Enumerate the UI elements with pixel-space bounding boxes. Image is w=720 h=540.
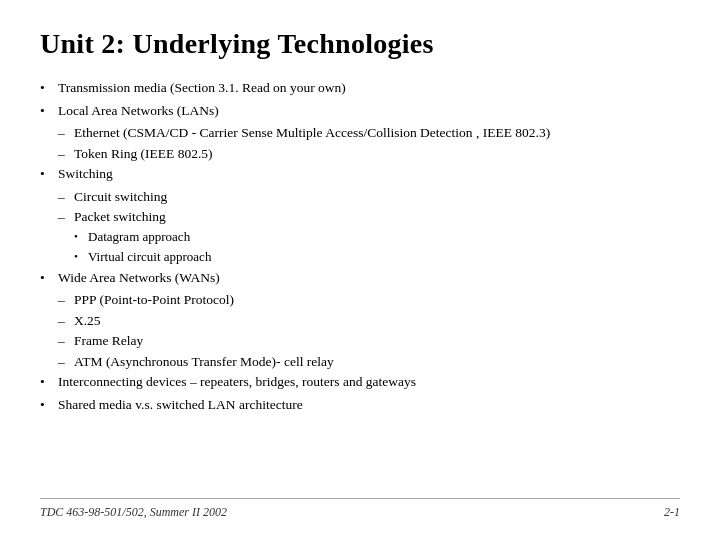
dot-text: Virtual circuit approach	[88, 248, 680, 267]
list-item: • Datagram approach	[74, 228, 680, 247]
list-item: • Interconnecting devices – repeaters, b…	[40, 372, 680, 392]
dash-text: Ethernet (CSMA/CD - Carrier Sense Multip…	[74, 123, 680, 143]
list-item: – Packet switching	[58, 207, 680, 227]
dot-icon: •	[74, 248, 88, 265]
list-item: – Token Ring (IEEE 802.5)	[58, 144, 680, 164]
dash-icon: –	[58, 207, 74, 227]
bullet-text: Local Area Networks (LANs)	[58, 101, 680, 121]
dash-icon: –	[58, 123, 74, 143]
list-item: – Frame Relay	[58, 331, 680, 351]
bullet-text: Switching	[58, 164, 680, 184]
dash-text: Frame Relay	[74, 331, 680, 351]
bullet-icon: •	[40, 164, 58, 184]
list-item: • Shared media v.s. switched LAN archite…	[40, 395, 680, 415]
footer: TDC 463-98-501/502, Summer II 2002 2-1	[40, 498, 680, 520]
list-item: • Transmission media (Section 3.1. Read …	[40, 78, 680, 98]
dash-text: Circuit switching	[74, 187, 680, 207]
bullet-icon: •	[40, 101, 58, 121]
dot-icon: •	[74, 228, 88, 245]
list-item: – Circuit switching	[58, 187, 680, 207]
dot-text: Datagram approach	[88, 228, 680, 247]
dash-text: Packet switching	[74, 207, 680, 227]
dash-icon: –	[58, 144, 74, 164]
list-item: • Switching	[40, 164, 680, 184]
sub-list: – PPP (Point-to-Point Protocol) – X.25 –…	[58, 290, 680, 371]
sub-sub-list: • Datagram approach • Virtual circuit ap…	[74, 228, 680, 267]
list-item: • Wide Area Networks (WANs)	[40, 268, 680, 288]
dash-icon: –	[58, 352, 74, 372]
dash-icon: –	[58, 187, 74, 207]
sub-list: – Ethernet (CSMA/CD - Carrier Sense Mult…	[58, 123, 680, 163]
dash-text: X.25	[74, 311, 680, 331]
footer-left: TDC 463-98-501/502, Summer II 2002	[40, 505, 227, 520]
list-item: – ATM (Asynchronous Transfer Mode)- cell…	[58, 352, 680, 372]
dash-icon: –	[58, 290, 74, 310]
dash-icon: –	[58, 311, 74, 331]
page: Unit 2: Underlying Technologies • Transm…	[0, 0, 720, 540]
sub-list: – Circuit switching – Packet switching •…	[58, 187, 680, 267]
list-item: – PPP (Point-to-Point Protocol)	[58, 290, 680, 310]
content-area: • Transmission media (Section 3.1. Read …	[40, 78, 680, 490]
bullet-text: Wide Area Networks (WANs)	[58, 268, 680, 288]
bullet-text: Interconnecting devices – repeaters, bri…	[58, 372, 680, 392]
list-item: • Virtual circuit approach	[74, 248, 680, 267]
list-item: – Ethernet (CSMA/CD - Carrier Sense Mult…	[58, 123, 680, 143]
dash-icon: –	[58, 331, 74, 351]
dash-text: Token Ring (IEEE 802.5)	[74, 144, 680, 164]
bullet-icon: •	[40, 395, 58, 415]
dash-text: ATM (Asynchronous Transfer Mode)- cell r…	[74, 352, 680, 372]
list-item: • Local Area Networks (LANs)	[40, 101, 680, 121]
bullet-text: Shared media v.s. switched LAN architect…	[58, 395, 680, 415]
dash-text: PPP (Point-to-Point Protocol)	[74, 290, 680, 310]
page-title: Unit 2: Underlying Technologies	[40, 28, 680, 60]
bullet-icon: •	[40, 268, 58, 288]
bullet-icon: •	[40, 372, 58, 392]
bullet-text: Transmission media (Section 3.1. Read on…	[58, 78, 680, 98]
list-item: – X.25	[58, 311, 680, 331]
footer-right: 2-1	[664, 505, 680, 520]
bullet-icon: •	[40, 78, 58, 98]
